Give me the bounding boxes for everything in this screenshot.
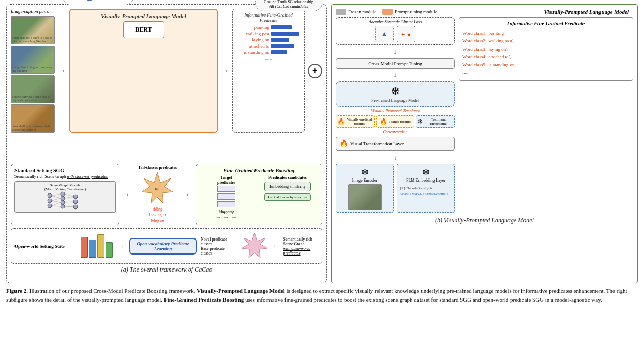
middle-section: Standard Setting SGG Semantically rich S…: [11, 164, 322, 225]
adaptive-loss-b-title: Adaptive Semantic Cluster Loss: [338, 20, 452, 24]
book-stack: [81, 234, 117, 258]
pred-bar-1: [271, 25, 292, 29]
figure-a: Adaptive Semantic Cluster Loss ▲ ✦ ★ Ima…: [6, 4, 327, 283]
pretrained-lm-label: Pre-trained Language Model: [339, 98, 451, 103]
image-2-desc: a huge blue lifting next to a very tall …: [12, 66, 54, 73]
pred-label-2: walking past: [236, 31, 269, 36]
alb-content: ▲ ✦ ★: [338, 26, 452, 42]
book-1: [81, 237, 88, 258]
textual-prompt-box: 🔥 Textual prompt: [376, 115, 415, 128]
arrow-tail-to-fg: ←: [185, 164, 192, 225]
open-world-title: Open-world Setting SGG: [14, 244, 77, 249]
pred-label-5: is standing on: [236, 50, 269, 55]
fg-right: Predicates candidates Embedding similari…: [257, 175, 319, 221]
image-4: book shelf with a narrow shelf sitting s…: [11, 104, 55, 133]
fig-a-label: (a) The overall framework of CaCao: [11, 266, 322, 274]
adaptive-loss-b: Adaptive Semantic Cluster Loss ▲ ✦ ★: [336, 17, 455, 45]
legend-prompt-box: [382, 9, 393, 15]
svg-line-12: [52, 198, 61, 201]
cross-modal-box: Cross-Modal Prompt Tuning: [336, 58, 455, 69]
fine-grained-title: Fine-Grained Predicate Boosting: [199, 168, 319, 173]
open-world-labels: Novel predicate classes Base predicate c…: [201, 237, 236, 256]
alb-stars-box: ✦ ★: [397, 26, 415, 42]
text-input-emb-box: ❄ Text input Embedding: [416, 115, 455, 128]
relationship-block: [P] The relationship is <cat> <MASK> <sm…: [399, 185, 452, 198]
wc-6: ......: [462, 69, 630, 77]
flame-icon-2: 🔥: [380, 118, 387, 126]
legend-prompt: Prompt-tuning module: [382, 9, 437, 15]
word-classes: Word class1: 'painting', Word class2: 'w…: [462, 29, 630, 77]
starburst-icon: tail: [141, 171, 174, 205]
svg-line-16: [65, 194, 73, 197]
vlm-box: Visually-Prompted Language Model BERT: [69, 9, 218, 133]
visually-prefixed-box: 🔥 Visually-prefixed prompt: [336, 115, 375, 128]
plm-snowflake-icon: ❄: [339, 85, 451, 98]
arrow-vtl-to-encoders: ↓: [336, 154, 455, 162]
caption-vlm-bold: Visually-Prompted Language Model: [197, 288, 285, 294]
caption-fgpb-bold: Fine-Grained Predicate Boosting: [164, 296, 244, 303]
informative-pred-box: Informative Fine-Grained Predicate paint…: [232, 9, 305, 133]
fig-b-left: Adaptive Semantic Cluster Loss ▲ ✦ ★ ↓: [336, 17, 455, 215]
ifgp-title: Informative Fine-Grained Predicate: [462, 21, 630, 26]
svg-line-13: [52, 201, 61, 202]
svg-line-19: [65, 206, 73, 207]
pred-ellipsis: ......: [236, 56, 301, 61]
tail-preds: riding looking at lying on: [149, 206, 166, 224]
pred-item-5: is standing on: [236, 50, 301, 55]
svg-line-15: [52, 206, 61, 206]
pred-bar-2: [271, 32, 299, 36]
caption-text-3: uses informative fine-grained predicates…: [245, 296, 602, 303]
standard-sgg-title: Standard Setting SGG: [14, 168, 116, 173]
scene-graph-models-box: Scene Graph Models (Motif, Vctree, Trans…: [14, 181, 116, 213]
svg-point-1: [48, 199, 52, 203]
fig-b-title: Visually-Prompted Language Model: [443, 9, 633, 15]
standard-sgg-box: Standard Setting SGG Semantically rich S…: [11, 164, 119, 225]
svg-marker-22: [242, 233, 267, 258]
image-encoder-box: ❄ Image Encoder: [336, 164, 394, 213]
alb-triangle-box: ▲: [375, 26, 394, 42]
plm-emb-label: PLM Embedding Layer: [399, 178, 452, 183]
pred-label-4: attached to: [236, 43, 269, 49]
vtl-label: Visual Transformation Layer: [350, 141, 404, 146]
encoders-row: ❄ Image Encoder ❄ PLM Embedding Layer [P…: [336, 164, 455, 213]
prompt-row: 🔥 Visually-prefixed prompt 🔥 Textual pro…: [336, 115, 455, 128]
legend-frozen-label: Frozen module: [348, 9, 376, 14]
svg-text:tail: tail: [155, 187, 160, 191]
arrow-cm-to-plm: ↓: [336, 71, 455, 79]
pred-bar-4: [271, 44, 294, 48]
neural-net-svg: [44, 191, 86, 210]
svg-point-4: [61, 196, 65, 200]
standard-sgg-subtitle: Semantically rich Scene Graph with close…: [14, 174, 116, 179]
ground-truth-subtitle: All (Cs, Co) candidates: [260, 4, 318, 9]
arrow-vlm-to-pred: →: [221, 9, 229, 133]
bert-box: BERT: [123, 21, 164, 38]
wc-5: Word class5: 'is standing on',: [462, 61, 630, 69]
snowflake-icon-text: ❄: [417, 118, 423, 126]
vlm-title: Visually-Prompted Language Model: [73, 13, 214, 19]
image-caption-label: Image-caption pairs: [11, 9, 55, 14]
svg-line-18: [65, 202, 73, 202]
embedding-sim-box: Embedding similarity: [264, 182, 311, 191]
svg-point-3: [61, 192, 65, 196]
svg-point-6: [61, 204, 65, 208]
svg-point-8: [73, 200, 78, 204]
image-caption-block: Image-caption pairs a man that has a kni…: [11, 9, 55, 133]
pred-item-2: walking past: [236, 31, 301, 36]
image-encoder-icon: ❄: [338, 167, 391, 178]
plus-connector: +: [308, 9, 322, 133]
ground-truth-box: ✦ Ground Truth SG relationship All (Cs, …: [255, 0, 322, 11]
book-3: [97, 234, 104, 258]
arrow-star-to-subtitle: ←: [273, 242, 279, 250]
novel-label: Novel predicate classes: [201, 237, 236, 246]
base-label: Base predicate classes: [201, 246, 236, 256]
legend-frozen-box: [336, 9, 346, 15]
starburst-open-world: [241, 232, 269, 260]
concatenation-label: Concatenation: [336, 130, 455, 134]
mapping-label: Mapping: [199, 209, 253, 214]
plm-emb-box: ❄ PLM Embedding Layer [P] The relationsh…: [397, 164, 455, 213]
lexical-box: Lexical hierarchy structure: [264, 193, 311, 201]
fg-left: Targetpredicates Mapping → → →: [199, 175, 253, 221]
wc-4: Word class4: 'attached to',: [462, 53, 630, 61]
figure-caption: Figure 2. Illustration of our proposed C…: [6, 287, 638, 304]
arrow-asc-to-cm: ↓: [336, 48, 455, 56]
